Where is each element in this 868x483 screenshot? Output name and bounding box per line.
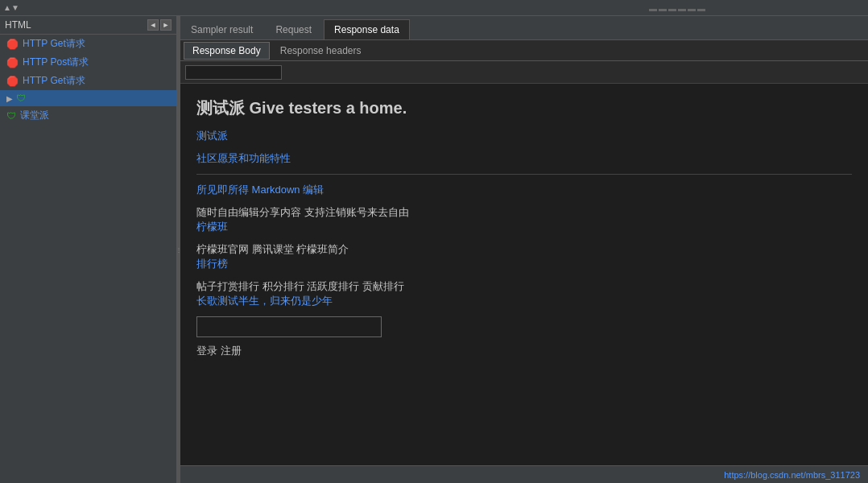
section6-text: 帖子打赏排行 积分排行 活跃度排行 贡献排行 bbox=[196, 279, 852, 294]
sidebar-item-4[interactable]: ▶ 🛡 bbox=[0, 90, 176, 106]
section-2: 社区愿景和功能特性 bbox=[196, 151, 852, 166]
sub-tabs-bar: Response Body Response headers bbox=[180, 40, 868, 61]
top-bar: ▲▼ ▬▬▬▬▬▬ bbox=[0, 0, 868, 16]
sidebar-arrow-right[interactable]: ► bbox=[160, 19, 172, 31]
section-3: 所见即所得 Markdown 编辑 bbox=[196, 183, 852, 197]
sidebar-item-label-3: HTTP Get请求 bbox=[23, 74, 85, 88]
sidebar-header: HTML ◄ ► bbox=[0, 16, 176, 35]
sub-tab-response-headers[interactable]: Response headers bbox=[271, 42, 370, 60]
search-bar bbox=[180, 61, 868, 84]
sidebar-item-label-2: HTTP Post请求 bbox=[23, 56, 89, 69]
tabs-bar: Sampler result Request Response data bbox=[180, 16, 868, 40]
sidebar-dropdown-label: HTML bbox=[5, 19, 147, 31]
main-layout: HTML ◄ ► 🛑 HTTP Get请求 🛑 HTTP Post请求 🛑 HT… bbox=[0, 16, 868, 483]
section-login: 登录 注册 bbox=[196, 316, 852, 358]
link-1[interactable]: 测试派 bbox=[196, 130, 228, 142]
link-quote[interactable]: 长歌测试半生，归来仍是少年 bbox=[196, 295, 333, 307]
sidebar-item-5[interactable]: 🛡 课堂派 bbox=[0, 106, 176, 125]
sub-tab-response-body[interactable]: Response Body bbox=[184, 42, 270, 60]
sidebar-items-list: 🛑 HTTP Get请求 🛑 HTTP Post请求 🛑 HTTP Get请求 … bbox=[0, 35, 176, 483]
error-icon-1: 🛑 bbox=[6, 39, 19, 50]
sidebar: HTML ◄ ► 🛑 HTTP Get请求 🛑 HTTP Post请求 🛑 HT… bbox=[0, 16, 177, 483]
status-url: https://blog.csdn.net/mbrs_311723 bbox=[724, 470, 860, 480]
tab-sampler-result[interactable]: Sampler result bbox=[180, 19, 263, 39]
login-label: 登录 注册 bbox=[196, 344, 852, 358]
search-input[interactable] bbox=[185, 65, 282, 80]
section-5: 柠檬班官网 腾讯课堂 柠檬班简介 排行榜 bbox=[196, 242, 852, 271]
link-markdown[interactable]: 所见即所得 Markdown 编辑 bbox=[196, 184, 324, 196]
sidebar-arrow-left[interactable]: ◄ bbox=[147, 19, 159, 31]
tab-request[interactable]: Request bbox=[265, 19, 322, 39]
link-ranking[interactable]: 排行榜 bbox=[196, 258, 228, 270]
divider-1 bbox=[196, 174, 852, 175]
play-icon: ▶ bbox=[6, 94, 13, 103]
section-1: 测试派 bbox=[196, 129, 852, 143]
link-lemon[interactable]: 柠檬班 bbox=[196, 221, 228, 233]
tab-response-data[interactable]: Response data bbox=[324, 19, 410, 39]
section4-text: 随时自由编辑分享内容 支持注销账号来去自由 bbox=[196, 205, 852, 220]
section-6: 帖子打赏排行 积分排行 活跃度排行 贡献排行 长歌测试半生，归来仍是少年 bbox=[196, 279, 852, 308]
section-4: 随时自由编辑分享内容 支持注销账号来去自由 柠檬班 bbox=[196, 205, 852, 234]
response-body-content: 测试派 Give testers a home. 测试派 社区愿景和功能特性 所… bbox=[180, 84, 868, 465]
sidebar-item-label-5: 课堂派 bbox=[20, 109, 49, 122]
error-icon-3: 🛑 bbox=[6, 76, 19, 87]
status-bar: https://blog.csdn.net/mbrs_311723 bbox=[180, 465, 868, 483]
sidebar-arrows: ◄ ► bbox=[147, 19, 172, 31]
main-heading: 测试派 Give testers a home. bbox=[196, 99, 407, 117]
sidebar-item-2[interactable]: 🛑 HTTP Post请求 bbox=[0, 53, 176, 72]
success-icon-4: 🛡 bbox=[16, 93, 26, 104]
success-icon-5: 🛡 bbox=[6, 110, 16, 122]
sidebar-item-1[interactable]: 🛑 HTTP Get请求 bbox=[0, 35, 176, 53]
content-area: Sampler result Request Response data Res… bbox=[180, 16, 868, 483]
top-bar-icon: ▲▼ bbox=[3, 3, 19, 12]
heading-line: 测试派 Give testers a home. bbox=[196, 95, 852, 121]
login-input[interactable] bbox=[196, 316, 382, 337]
drag-handle: ▬▬▬▬▬▬ bbox=[649, 4, 707, 13]
section5-text: 柠檬班官网 腾讯课堂 柠檬班简介 bbox=[196, 242, 852, 257]
sidebar-item-label-1: HTTP Get请求 bbox=[23, 37, 85, 51]
error-icon-2: 🛑 bbox=[6, 57, 19, 68]
link-community[interactable]: 社区愿景和功能特性 bbox=[196, 152, 291, 164]
sidebar-item-3[interactable]: 🛑 HTTP Get请求 bbox=[0, 72, 176, 90]
